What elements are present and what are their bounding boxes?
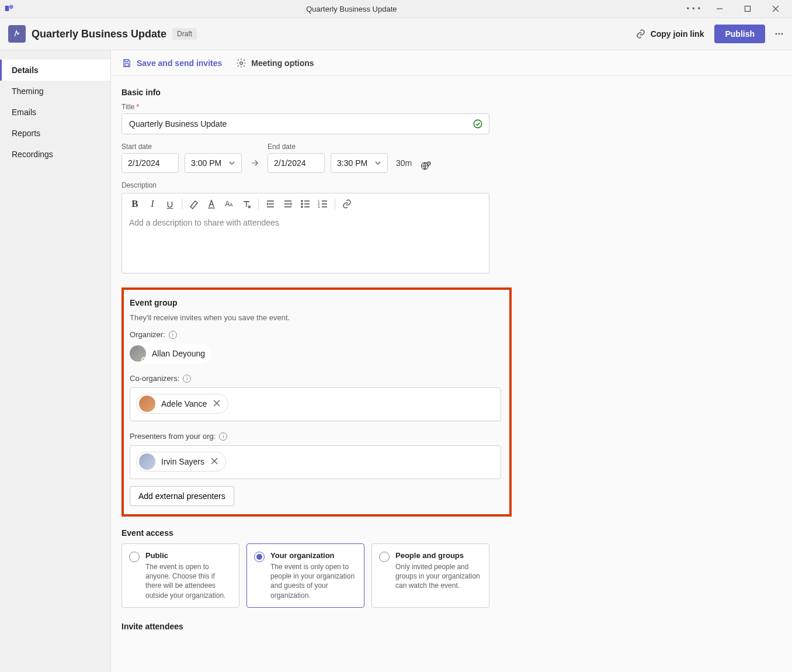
header-more-button[interactable] (774, 29, 784, 39)
svg-point-8 (781, 33, 783, 35)
avatar (130, 345, 146, 362)
basic-info-heading: Basic info (121, 88, 592, 97)
organizer-chip: Allan Deyoung (130, 344, 211, 363)
description-textarea[interactable]: Add a description to share with attendee… (122, 214, 489, 273)
svg-rect-1 (9, 5, 13, 9)
event-group-section: Event group They'll receive invites when… (121, 287, 512, 517)
remove-chip-button[interactable] (210, 457, 220, 466)
font-size-button[interactable]: AA (223, 198, 235, 210)
event-group-heading: Event group (130, 298, 500, 307)
svg-point-6 (776, 33, 777, 35)
organizer-name: Allan Deyoung (152, 349, 205, 358)
svg-point-17 (301, 206, 303, 207)
timezone-button[interactable] (420, 160, 433, 173)
publish-button[interactable]: Publish (714, 25, 765, 43)
presence-available-icon (141, 357, 146, 362)
access-desc: Only invited people and groups in your o… (395, 562, 482, 591)
access-option-your-organization[interactable]: Your organization The event is only open… (246, 543, 364, 608)
sidebar-item-theming[interactable]: Theming (0, 81, 110, 102)
event-group-sub: They'll receive invites when you save th… (130, 313, 500, 322)
presenters-input[interactable]: Irvin Sayers (130, 445, 501, 479)
titlebar-more-icon[interactable]: • • • (683, 5, 704, 13)
description-label: Description (121, 181, 592, 189)
meeting-options-button[interactable]: Meeting options (236, 58, 314, 68)
end-date-input[interactable]: 2/1/2024 (268, 153, 325, 173)
underline-button[interactable]: U (164, 198, 176, 210)
close-button[interactable] (763, 0, 788, 18)
description-placeholder: Add a description to share with attendee… (129, 218, 279, 227)
check-icon (473, 119, 483, 129)
gear-icon (236, 58, 246, 68)
title-input[interactable]: Quarterly Business Update (121, 113, 489, 134)
svg-text:3: 3 (318, 205, 320, 209)
highlight-button[interactable] (188, 198, 200, 210)
radio-checked-icon (254, 552, 265, 562)
townhall-icon (8, 25, 26, 43)
italic-button[interactable]: I (147, 198, 158, 210)
access-option-people-groups[interactable]: People and groups Only invited people an… (371, 543, 489, 608)
info-icon[interactable]: i (169, 331, 177, 339)
save-label: Save and send invites (137, 58, 222, 68)
clear-format-button[interactable] (241, 198, 252, 210)
access-desc: The event is open to anyone. Choose this… (145, 562, 232, 600)
increase-indent-button[interactable] (282, 198, 294, 210)
remove-chip-button[interactable] (213, 399, 222, 408)
access-title: Public (145, 551, 232, 560)
access-option-public[interactable]: Public The event is open to anyone. Choo… (121, 543, 239, 608)
svg-rect-9 (125, 63, 128, 66)
svg-point-11 (474, 120, 482, 128)
start-date-label: Start date (121, 143, 179, 151)
window-title: Quarterly Business Update (20, 5, 683, 13)
svg-point-15 (301, 200, 303, 202)
sidebar-item-recordings[interactable]: Recordings (0, 144, 110, 165)
link-icon (635, 29, 646, 39)
copy-join-link-button[interactable]: Copy join link (635, 29, 704, 39)
number-list-button[interactable]: 123 (317, 198, 329, 210)
titlebar: Quarterly Business Update • • • (0, 0, 792, 18)
maximize-button[interactable] (735, 0, 760, 18)
end-time-dropdown[interactable]: 3:30 PM (331, 153, 388, 173)
minimize-button[interactable] (707, 0, 732, 18)
save-send-invites-button[interactable]: Save and send invites (121, 58, 222, 68)
svg-point-16 (301, 203, 303, 205)
info-icon[interactable]: i (219, 432, 227, 441)
person-chip: Irvin Sayers (136, 452, 226, 472)
invite-attendees-heading: Invite attendees (121, 622, 592, 631)
chevron-down-icon (228, 160, 235, 167)
font-color-button[interactable] (206, 198, 217, 210)
sidebar-item-details[interactable]: Details (0, 60, 110, 81)
presenters-label: Presenters from your org: i (130, 432, 500, 441)
options-label: Meeting options (251, 58, 314, 68)
bullet-list-button[interactable] (300, 198, 311, 210)
add-external-presenters-button[interactable]: Add external presenters (130, 486, 234, 506)
sidebar-item-emails[interactable]: Emails (0, 102, 110, 123)
description-box: B I U AA 123 Add a des (121, 193, 489, 273)
insert-link-button[interactable] (341, 198, 353, 210)
info-icon[interactable]: i (183, 375, 191, 383)
decrease-indent-button[interactable] (265, 198, 276, 210)
event-header: Quarterly Business Update Draft Copy joi… (0, 18, 792, 50)
bold-button[interactable]: B (129, 198, 141, 210)
teams-app-icon (4, 4, 15, 13)
start-date-input[interactable]: 2/1/2024 (121, 153, 179, 173)
avatar (139, 453, 155, 470)
title-value: Quarterly Business Update (129, 119, 227, 129)
arrow-right-icon (248, 153, 262, 173)
sidebar: Details Theming Emails Reports Recording… (0, 50, 111, 672)
svg-point-10 (240, 61, 243, 64)
event-title: Quarterly Business Update (32, 28, 166, 40)
presenter-name: Irvin Sayers (161, 457, 204, 466)
svg-rect-3 (745, 6, 751, 12)
duration-value: 30m (394, 153, 414, 173)
save-icon (121, 58, 132, 68)
start-time-dropdown[interactable]: 3:00 PM (185, 153, 242, 173)
coorganizers-input[interactable]: Adele Vance (130, 387, 501, 421)
sidebar-item-reports[interactable]: Reports (0, 123, 110, 144)
coorganizers-label: Co-organizers: i (130, 374, 500, 383)
access-title: People and groups (395, 551, 482, 560)
avatar (139, 396, 155, 412)
person-chip: Adele Vance (136, 394, 228, 414)
event-access-heading: Event access (121, 528, 592, 538)
title-label: Title * (121, 103, 592, 111)
svg-point-7 (779, 33, 780, 35)
